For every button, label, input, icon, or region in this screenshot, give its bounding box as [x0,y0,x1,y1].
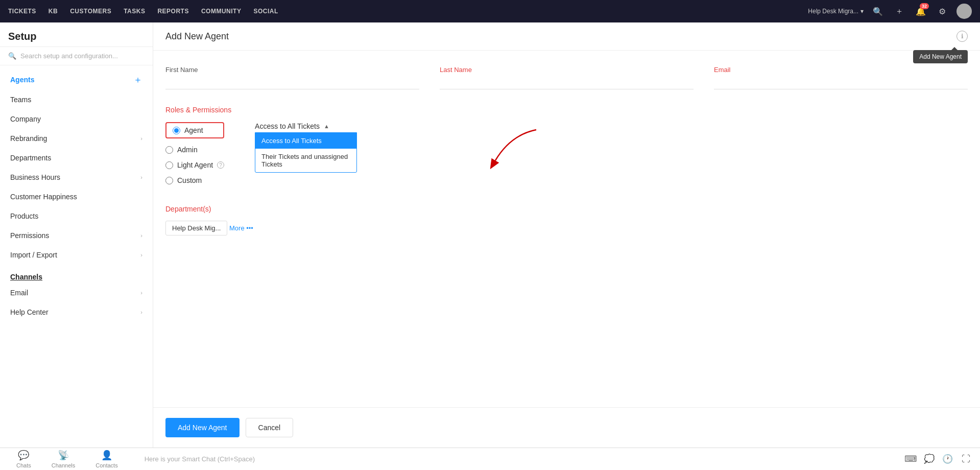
role-agent-label: Agent [184,126,203,134]
bottom-right-icons: ⌨ 💭 🕐 ⛶ [902,451,980,467]
cancel-button[interactable]: Cancel [246,418,294,437]
access-option-all[interactable]: Access to All Tickets [255,133,356,149]
role-admin-label: Admin [177,146,198,154]
first-name-input[interactable] [165,77,419,89]
chevron-right-icon: › [140,135,142,142]
chats-icon: 💬 [18,450,29,461]
first-name-label: First Name [165,66,419,74]
role-admin[interactable]: Admin [165,146,224,154]
role-light-agent-radio[interactable] [165,161,173,169]
more-link[interactable]: More ••• [229,224,253,232]
nav-community[interactable]: COMMUNITY [201,8,242,15]
sidebar-item-permissions[interactable]: Permissions › [0,226,153,245]
add-agent-button[interactable]: ＋ [133,75,142,84]
sidebar-title: Setup [0,22,153,47]
sidebar-item-teams[interactable]: Teams [0,90,153,109]
email-input[interactable] [714,77,968,89]
bottom-tab-channels[interactable]: 📡 Channels [41,445,85,470]
last-name-input[interactable] [440,77,694,89]
sidebar-permissions-label: Permissions [10,231,49,240]
nav-tickets[interactable]: TICKETS [8,8,36,15]
role-custom-radio[interactable] [165,177,173,184]
bottom-tabs: 💬 Chats 📡 Channels 👤 Contacts [0,445,134,470]
role-admin-radio[interactable] [165,146,173,154]
search-button[interactable]: 🔍 [871,4,885,18]
roles-row: Agent Admin Light Agent ? [165,122,968,184]
sidebar-item-company[interactable]: Company [0,109,153,129]
email-label: Email [714,66,968,74]
dept-title: Department(s) [165,205,968,213]
avatar[interactable] [957,4,972,19]
expand-icon[interactable]: ⛶ [958,451,974,467]
sidebar-item-import-export[interactable]: Import / Export › [0,245,153,265]
bottom-tab-contacts[interactable]: 👤 Contacts [85,445,128,470]
settings-button[interactable]: ⚙ [935,4,949,18]
nav-tasks[interactable]: TASKS [124,8,145,15]
chevron-right-icon: › [140,309,142,315]
top-nav: TICKETS KB CUSTOMERS TASKS REPORTS COMMU… [0,0,980,22]
name-email-row: First Name Last Name Email [165,66,968,89]
main-content: Add New Agent ℹ Add New Agent First Name… [153,22,980,448]
sidebar-item-departments[interactable]: Departments [0,148,153,168]
chevron-right-icon: › [140,174,142,180]
info-icon[interactable]: ℹ [957,31,968,42]
notification-badge: 32 [920,3,929,9]
tooltip: Add New Agent [913,50,968,63]
sidebar-item-agents[interactable]: Agents ＋ [0,69,153,90]
main-layout: Setup 🔍 Agents ＋ Teams Company Rebrandin… [0,22,980,448]
chats-label: Chats [16,462,31,468]
contacts-label: Contacts [95,462,117,468]
page-title: Add New Agent [165,31,229,42]
bottom-tab-chats[interactable]: 💬 Chats [6,445,41,470]
sidebar-business-hours-label: Business Hours [10,173,60,181]
last-name-field: Last Name [440,66,694,89]
keyboard-icon[interactable]: ⌨ [902,451,919,467]
sidebar-search-wrapper: 🔍 [0,47,153,65]
access-label: Access to All Tickets [255,122,320,130]
add-button[interactable]: ＋ [892,4,906,18]
notifications-button[interactable]: 🔔 32 [914,4,928,18]
top-nav-right: Help Desk Migra... ▾ 🔍 ＋ 🔔 32 ⚙ [808,4,972,19]
main-header: Add New Agent ℹ [153,22,980,51]
access-label-row: Access to All Tickets ▲ [255,122,357,130]
sidebar-item-help-center[interactable]: Help Center › [0,302,153,322]
nav-social[interactable]: SOCIAL [253,8,278,15]
sidebar-customer-happiness-label: Customer Happiness [10,193,77,201]
role-agent[interactable]: Agent [173,126,203,134]
sidebar-rebranding-label: Rebranding [10,134,47,143]
clock-icon[interactable]: 🕐 [939,451,955,467]
role-custom-label: Custom [177,176,202,184]
access-dropdown[interactable]: Access to All Tickets Their Tickets and … [255,132,357,173]
sidebar-item-customer-happiness[interactable]: Customer Happiness [0,187,153,206]
form-footer: Add New Agent Cancel [153,407,980,448]
sidebar-company-label: Company [10,115,41,123]
sidebar-item-rebranding[interactable]: Rebranding › [0,129,153,148]
chat-bubble-icon[interactable]: 💭 [921,451,937,467]
role-custom[interactable]: Custom [165,176,224,184]
search-input[interactable] [20,52,145,60]
sidebar-item-products[interactable]: Products [0,206,153,226]
dept-tag[interactable]: Help Desk Mig... [165,221,227,236]
role-light-agent-label: Light Agent [177,161,213,169]
chevron-right-icon: › [140,232,142,239]
sidebar-item-email[interactable]: Email › [0,283,153,302]
first-name-field: First Name [165,66,419,89]
sidebar-products-label: Products [10,212,38,220]
chevron-up-icon: ▲ [324,123,329,129]
user-menu[interactable]: Help Desk Migra... ▾ [808,8,864,15]
radio-group: Agent Admin Light Agent ? [165,122,224,184]
sidebar-agents-label: Agents [10,76,34,84]
add-new-agent-button[interactable]: Add New Agent [165,418,240,437]
nav-reports[interactable]: REPORTS [157,8,189,15]
channels-icon: 📡 [58,450,69,461]
sidebar-departments-label: Departments [10,154,51,162]
access-option-their[interactable]: Their Tickets and unassigned Tickets [255,149,356,172]
role-agent-radio[interactable] [173,127,180,134]
smart-chat-bar[interactable]: Here is your Smart Chat (Ctrl+Space) [134,455,902,463]
nav-kb[interactable]: KB [49,8,58,15]
sidebar-item-business-hours[interactable]: Business Hours › [0,168,153,187]
chevron-right-icon: › [140,290,142,296]
nav-customers[interactable]: CUSTOMERS [70,8,111,15]
email-field: Email [714,66,968,89]
role-light-agent[interactable]: Light Agent ? [165,161,224,169]
